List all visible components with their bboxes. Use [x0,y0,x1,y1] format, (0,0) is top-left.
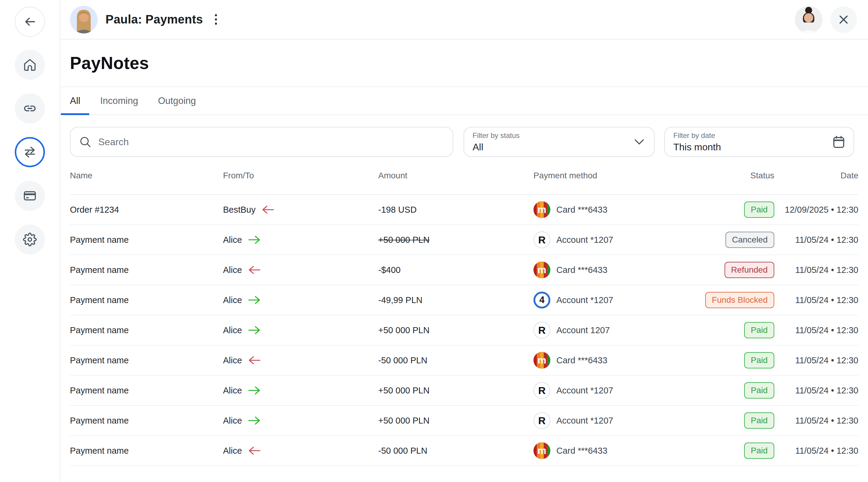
status-badge: Paid [744,352,774,368]
payment-date: 11/05/24 • 12:30 [774,355,858,365]
header-right [795,6,857,33]
avatar[interactable] [795,6,823,33]
status-cell: Paid [677,322,774,338]
table-row[interactable]: Payment name Alice +50 000 PLN R Account… [70,376,858,406]
calendar-icon [832,135,846,149]
sidebar-item-home[interactable] [15,50,45,80]
card-icon [23,189,37,203]
payment-method-cell: 4 Account *1207 [533,292,677,309]
search-input[interactable] [98,136,444,148]
status-cell: Canceled [677,232,774,248]
incoming-arrow-icon [247,356,261,365]
avatar [70,6,98,33]
date-filter[interactable]: Filter by date This month [664,127,854,157]
sidebar-item-cards[interactable] [15,181,45,211]
tab-all[interactable]: All [61,87,89,115]
arrow-left-icon [23,15,37,29]
payment-method-label: Card ***6433 [556,446,607,456]
column-header: Payment method [533,171,677,181]
payment-name: Payment name [70,235,223,245]
link-icon [23,101,37,116]
close-icon [838,13,849,26]
table-row[interactable]: Order #1234 BestBuy -198 USD m Card ***6… [70,195,858,225]
payment-method-cell: m Card ***6433 [533,442,677,459]
table-row[interactable]: Payment name Alice -50 000 PLN m Card **… [70,346,858,376]
payment-method-logo: R [533,382,550,399]
search-icon [79,135,92,148]
status-badge: Paid [744,412,774,429]
payment-method-logo: R [533,231,550,248]
payment-method-logo: m [533,261,550,278]
table-row[interactable]: Payment name Alice +50 000 PLN R Account… [70,406,858,436]
status-cell: Paid [677,382,774,398]
search-box [70,127,453,157]
sidebar-item-transfers[interactable] [15,137,45,167]
payment-name: Payment name [70,446,223,456]
tab-incoming[interactable]: Incoming [91,87,147,115]
status-badge: Paid [744,322,774,338]
from-to-cell: Alice [223,416,378,426]
page-title-row: PayNotes [60,39,868,87]
payment-method-label: Account *1207 [556,386,613,395]
payment-method-cell: R Account *1207 [533,412,677,429]
payment-method-logo: R [533,322,550,339]
table-body: Order #1234 BestBuy -198 USD m Card ***6… [60,195,868,466]
close-button[interactable] [830,6,857,33]
main-area: Paula: Payments PayNotes AllIncomingOutg… [60,0,868,482]
payment-date: 11/05/24 • 12:30 [774,295,858,305]
counterparty-name: Alice [223,446,242,456]
table-row[interactable]: Payment name Alice -49,99 PLN 4 Account … [70,285,858,315]
status-filter[interactable]: Filter by status All [464,127,655,157]
sidebar-item-settings[interactable] [15,224,45,255]
sidebar-item-links[interactable] [15,93,45,124]
gear-icon [23,232,37,247]
outgoing-arrow-icon [247,416,261,425]
payment-date: 11/05/24 • 12:30 [774,446,858,456]
incoming-arrow-icon [261,205,275,214]
payment-method-cell: R Account *1207 [533,382,677,399]
kebab-menu-icon[interactable] [213,12,219,27]
table-row[interactable]: Payment name Alice +50 000 PLN R Account… [70,225,858,255]
column-header: Name [70,171,223,181]
status-cell: Paid [677,352,774,368]
transfer-arrows-icon [23,145,37,159]
outgoing-arrow-icon [247,295,261,304]
payment-name: Payment name [70,265,223,275]
counterparty-name: Alice [223,235,242,245]
back-button[interactable] [15,7,45,37]
tab-outgoing[interactable]: Outgoing [149,87,205,115]
app-window: Paula: Payments PayNotes AllIncomingOutg… [0,0,868,482]
date-filter-label: Filter by date [673,131,827,140]
status-filter-value: All [472,141,627,153]
from-to-cell: Alice [223,446,378,456]
table-row[interactable]: Payment name Alice +50 000 PLN R Account… [70,315,858,346]
outgoing-arrow-icon [247,235,261,244]
counterparty-name: Alice [223,295,242,305]
payment-method-label: Card ***6433 [556,205,607,215]
status-badge: Paid [744,201,774,218]
from-to-cell: BestBuy [223,205,378,215]
counterparty-name: BestBuy [223,205,255,215]
counterparty-name: Alice [223,265,242,275]
window-title: Paula: Payments [105,13,203,26]
from-to-cell: Alice [223,265,378,275]
amount: -50 000 PLN [378,355,533,365]
status-badge: Canceled [725,232,774,248]
counterparty-name: Alice [223,355,242,365]
status-badge: Refunded [724,262,774,278]
status-cell: Paid [677,201,774,218]
counterparty-name: Alice [223,386,242,395]
column-header: From/To [223,171,378,181]
payment-name: Payment name [70,295,223,305]
table-row[interactable]: Payment name Alice -50 000 PLN m Card **… [70,436,858,466]
column-header: Amount [378,171,533,181]
payment-date: 12/09/2025 • 12:30 [774,205,858,215]
payment-method-logo: m [533,442,550,459]
from-to-cell: Alice [223,235,378,245]
payment-method-label: Card ***6433 [556,265,607,275]
from-to-cell: Alice [223,355,378,365]
from-to-cell: Alice [223,295,378,305]
payment-method-label: Account *1207 [556,235,613,245]
column-header: Date [774,171,858,181]
table-row[interactable]: Payment name Alice -$400 m Card ***6433 … [70,255,858,285]
